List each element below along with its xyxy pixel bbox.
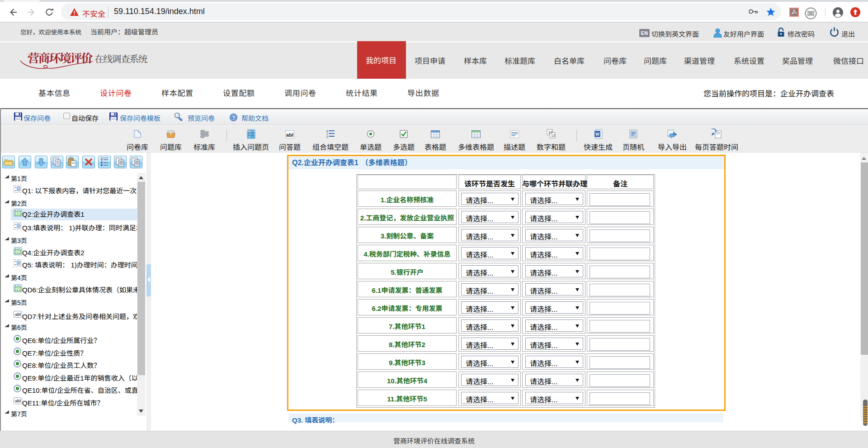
svg-text:W: W: [595, 132, 600, 137]
svg-text:12: 12: [551, 133, 555, 138]
svg-text:3: 3: [326, 136, 328, 138]
svg-text:abl: abl: [15, 312, 21, 317]
svg-text:abl: abl: [286, 132, 293, 138]
svg-text:?: ?: [232, 115, 235, 120]
svg-text:abl: abl: [15, 399, 21, 403]
